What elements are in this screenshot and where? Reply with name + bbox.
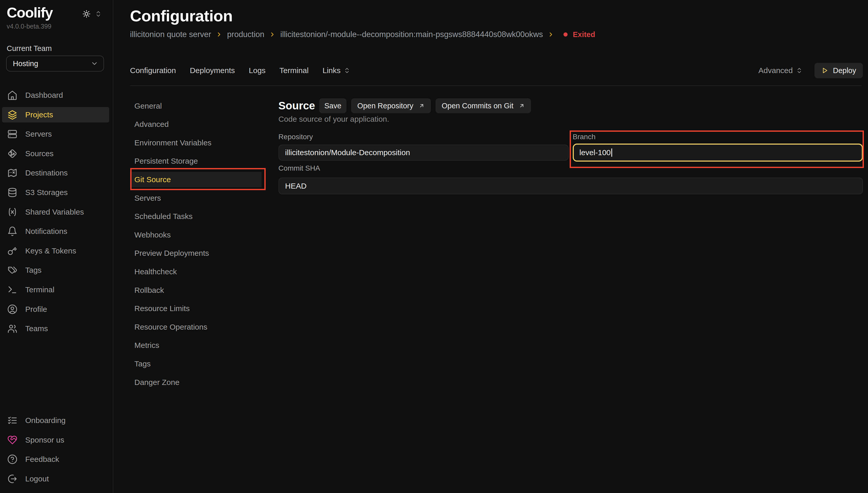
repository-label: Repository bbox=[278, 133, 313, 141]
tab-deployments[interactable]: Deployments bbox=[190, 66, 235, 75]
branch-annotation-box bbox=[570, 130, 864, 168]
sun-icon[interactable] bbox=[82, 10, 91, 18]
breadcrumb-item[interactable]: illicitestonion/-module--decomposition:m… bbox=[280, 30, 543, 39]
sidebar-nav-item[interactable]: Keys & Tokens bbox=[2, 243, 109, 259]
settings-nav-item[interactable]: Environment Variables bbox=[130, 135, 261, 151]
open-commits-button[interactable]: Open Commits on Git bbox=[436, 98, 531, 113]
tabs-divider bbox=[130, 85, 862, 86]
settings-nav-item[interactable]: Resource Operations bbox=[130, 319, 261, 335]
server-icon bbox=[7, 129, 18, 139]
app-logo: Coolify bbox=[7, 4, 53, 21]
sidebar-nav-item[interactable]: Terminal bbox=[2, 282, 109, 297]
tabs-row: ConfigurationDeploymentsLogsTerminalLink… bbox=[130, 63, 863, 78]
circle-user-icon bbox=[7, 304, 18, 315]
sidebar-nav: Dashboard Projects Servers Sources Desti… bbox=[2, 87, 109, 340]
tab-terminal[interactable]: Terminal bbox=[279, 66, 309, 75]
chevron-right-icon bbox=[548, 31, 554, 38]
chevrons-up-down-icon bbox=[796, 67, 803, 74]
source-form: Source Save Open Repository Open Commits… bbox=[278, 98, 863, 356]
open-repository-button[interactable]: Open Repository bbox=[351, 98, 431, 113]
list-checks-icon bbox=[7, 415, 18, 426]
page-title: Configuration bbox=[130, 7, 233, 25]
key-icon bbox=[7, 246, 18, 256]
repository-input[interactable]: illicitestonion/Module-Decomposition bbox=[278, 145, 569, 160]
deploy-button[interactable]: Deploy bbox=[814, 63, 863, 78]
settings-nav-item[interactable]: Metrics bbox=[130, 338, 261, 353]
coolify-app: Coolify v4.0.0-beta.399 Current Team Hos… bbox=[0, 0, 868, 493]
team-select-value: Hosting bbox=[13, 60, 38, 68]
sidebar-nav-item[interactable]: Projects bbox=[2, 107, 109, 123]
tabs-right: Advanced Deploy bbox=[758, 63, 863, 78]
sidebar-nav-item[interactable]: Teams bbox=[2, 321, 109, 336]
sidebar-nav-item[interactable]: S3 Storages bbox=[2, 185, 109, 200]
source-heading-row: Source Save Open Repository Open Commits… bbox=[278, 98, 536, 113]
sidebar-nav-item[interactable]: Profile bbox=[2, 302, 109, 317]
breadcrumb-item[interactable]: production bbox=[227, 30, 264, 39]
map-x-icon bbox=[7, 168, 18, 178]
advanced-label: Advanced bbox=[758, 66, 792, 75]
sidebar-nav-item[interactable]: Servers bbox=[2, 126, 109, 142]
settings-nav-item[interactable]: Scheduled Tasks bbox=[130, 209, 261, 224]
settings-nav-items: General Advanced Environment Variables P… bbox=[130, 98, 278, 390]
sidebar-footer-item[interactable]: Sponsor us bbox=[2, 432, 109, 448]
breadcrumb: illicitonion quote serverproductionillic… bbox=[130, 30, 595, 39]
settings-nav-item[interactable]: Danger Zone bbox=[130, 374, 261, 390]
log-out-icon bbox=[7, 474, 18, 484]
sidebar-footer-item[interactable]: Onboarding bbox=[2, 413, 109, 428]
sidebar-footer-item[interactable]: Logout bbox=[2, 471, 109, 487]
tabs: ConfigurationDeploymentsLogsTerminalLink… bbox=[130, 66, 364, 75]
sidebar-nav-item[interactable]: Dashboard bbox=[2, 87, 109, 103]
sidebar-nav-item[interactable]: Shared Variables bbox=[2, 204, 109, 220]
database-icon bbox=[7, 187, 18, 198]
settings-nav: General Advanced Environment Variables P… bbox=[130, 98, 278, 393]
settings-nav-item[interactable]: Resource Limits bbox=[130, 301, 261, 316]
settings-nav-item[interactable]: Persistent Storage bbox=[130, 153, 261, 169]
sidebar-nav-item[interactable]: Sources bbox=[2, 146, 109, 161]
commit-sha-input[interactable]: HEAD bbox=[278, 177, 863, 194]
status-dot-icon bbox=[564, 33, 568, 37]
tab-logs[interactable]: Logs bbox=[249, 66, 266, 75]
tab-configuration[interactable]: Configuration bbox=[130, 66, 176, 75]
breadcrumb-items: illicitonion quote serverproductionillic… bbox=[130, 30, 559, 39]
sidebar-footer-nav: Onboarding Sponsor us Feedback Logout bbox=[2, 413, 109, 490]
breadcrumb-item[interactable]: illicitonion quote server bbox=[130, 30, 211, 39]
git-source-annotation-box bbox=[130, 168, 266, 190]
settings-nav-item[interactable]: General bbox=[130, 98, 261, 114]
save-button[interactable]: Save bbox=[319, 98, 346, 113]
sidebar-nav-item[interactable]: Notifications bbox=[2, 223, 109, 239]
sidebar-nav-item[interactable]: Tags bbox=[2, 262, 109, 278]
settings-nav-item[interactable]: Tags bbox=[130, 356, 261, 371]
settings-nav-item[interactable]: Rollback bbox=[130, 282, 261, 298]
chevron-right-icon bbox=[269, 31, 276, 38]
chevrons-up-down-icon bbox=[344, 67, 350, 74]
sidebar-nav-item[interactable]: Destinations bbox=[2, 165, 109, 180]
home-icon bbox=[7, 90, 18, 100]
bell-icon bbox=[7, 226, 18, 236]
settings-nav-item[interactable]: Preview Deployments bbox=[130, 245, 261, 261]
main-content: Configuration illicitonion quote serverp… bbox=[113, 0, 868, 493]
commit-sha-label: Commit SHA bbox=[278, 164, 320, 172]
current-team-label: Current Team bbox=[7, 44, 52, 53]
chevron-down-icon bbox=[91, 60, 98, 67]
source-description: Code source of your application. bbox=[278, 115, 389, 124]
advanced-dropdown[interactable]: Advanced bbox=[758, 66, 802, 75]
chevrons-up-down-icon[interactable] bbox=[95, 10, 102, 18]
settings-nav-item[interactable]: Servers bbox=[130, 190, 261, 206]
status-badge: Exited bbox=[564, 30, 595, 39]
settings-nav-item[interactable]: Webhooks bbox=[130, 227, 261, 243]
tags-icon bbox=[7, 265, 18, 275]
layers-icon bbox=[7, 110, 18, 120]
help-circle-icon bbox=[7, 454, 18, 465]
braces-x-icon bbox=[7, 207, 18, 217]
status-label: Exited bbox=[573, 30, 595, 39]
app-version: v4.0.0-beta.399 bbox=[7, 23, 51, 30]
team-select[interactable]: Hosting bbox=[6, 56, 104, 71]
settings-nav-item[interactable]: Healthcheck bbox=[130, 264, 261, 279]
play-icon bbox=[821, 67, 828, 74]
settings-nav-item[interactable]: Advanced bbox=[130, 116, 261, 132]
arrow-up-right-icon bbox=[519, 103, 525, 109]
sidebar: Coolify v4.0.0-beta.399 Current Team Hos… bbox=[0, 0, 113, 493]
sidebar-footer-item[interactable]: Feedback bbox=[2, 452, 109, 467]
tab-links[interactable]: Links bbox=[322, 66, 350, 75]
arrow-up-right-icon bbox=[419, 103, 425, 109]
